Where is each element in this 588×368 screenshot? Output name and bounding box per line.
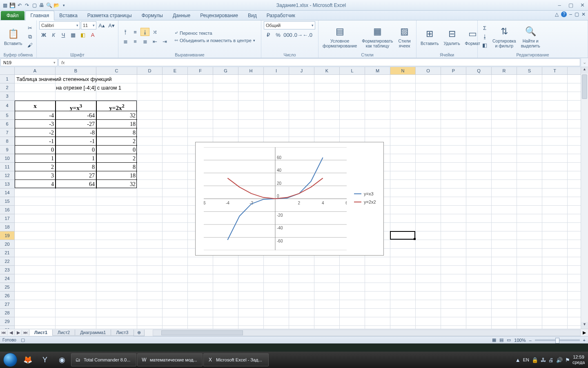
- zoom-slider[interactable]: [535, 339, 580, 341]
- undo-icon[interactable]: ↶: [16, 2, 23, 9]
- row-header-14[interactable]: 14: [0, 188, 14, 197]
- sheet-prev-icon[interactable]: ◀: [7, 330, 15, 335]
- cell-x-10[interactable]: 1: [16, 155, 54, 162]
- tab-вид[interactable]: Вид: [243, 11, 262, 20]
- cell-y1-11[interactable]: 8: [57, 164, 95, 171]
- delete-cells-button[interactable]: ⊟Удалить: [442, 27, 462, 47]
- open-icon[interactable]: 📂: [53, 2, 60, 9]
- select-all-corner[interactable]: [0, 67, 15, 75]
- row-header-1[interactable]: 1: [0, 75, 14, 83]
- close-button[interactable]: ✕: [578, 2, 586, 8]
- mdi-max-icon[interactable]: ▢: [575, 11, 579, 17]
- row-header-19[interactable]: 19: [0, 231, 14, 240]
- tray-icon-1[interactable]: 🔒: [532, 357, 538, 363]
- qat-more-icon[interactable]: ▾: [60, 2, 67, 9]
- row-header-28[interactable]: 28: [0, 309, 14, 317]
- col-header-L[interactable]: L: [340, 67, 365, 74]
- save-icon[interactable]: 💾: [9, 2, 16, 9]
- formula-expand-icon[interactable]: ⌄: [581, 58, 588, 67]
- taskbar-task[interactable]: Wматематические мод...: [137, 353, 203, 366]
- indent-dec-icon[interactable]: ⇤: [150, 37, 159, 45]
- cell-y1-6[interactable]: -27: [57, 121, 95, 128]
- row-header-27[interactable]: 27: [0, 300, 14, 309]
- vertical-scrollbar[interactable]: ▲ ▼: [581, 67, 588, 329]
- taskbar-task[interactable]: XMicrosoft Excel - Зад...: [203, 353, 269, 366]
- sheet-next-icon[interactable]: ▶: [15, 330, 22, 335]
- active-cell[interactable]: [390, 231, 415, 240]
- col-header-J[interactable]: J: [289, 67, 314, 74]
- currency-icon[interactable]: ₽: [264, 31, 273, 39]
- preview-icon[interactable]: 🔍: [46, 2, 52, 9]
- col-header-E[interactable]: E: [163, 67, 188, 74]
- row-header-9[interactable]: 9: [0, 146, 14, 154]
- tray-overflow-icon[interactable]: ▲: [515, 357, 521, 363]
- indent-inc-icon[interactable]: ⇥: [160, 37, 169, 45]
- horizontal-scrollbar[interactable]: [153, 330, 581, 336]
- sheet-first-icon[interactable]: ⏮: [0, 330, 7, 335]
- ribbon-minimize-icon[interactable]: △: [555, 11, 559, 17]
- col-header-R[interactable]: R: [492, 67, 517, 74]
- title-row-2[interactable]: на отрезке [-4;4] с шагом 1: [16, 84, 161, 91]
- help-icon[interactable]: ?: [561, 11, 567, 17]
- hscroll-thumb[interactable]: [161, 330, 243, 335]
- cell-y2-8[interactable]: 2: [98, 138, 136, 145]
- row-header-22[interactable]: 22: [0, 257, 14, 266]
- tray-icon-3[interactable]: 🖨: [548, 357, 554, 363]
- cell-y1-5[interactable]: -64: [57, 112, 95, 119]
- format-as-table-button[interactable]: ▦Форматировать как таблицу: [360, 24, 394, 49]
- pinned-chrome-icon[interactable]: ◉: [54, 353, 70, 366]
- insert-cells-button[interactable]: ⊞Вставить: [419, 27, 441, 47]
- zoom-in-icon[interactable]: +: [583, 338, 586, 343]
- worksheet-grid[interactable]: ABCDEFGHIJKLMNOPQRST 1234567891011121314…: [0, 67, 588, 329]
- cell-y2-9[interactable]: 0: [98, 146, 136, 153]
- tab-file[interactable]: Файл: [1, 11, 24, 20]
- col-header-P[interactable]: P: [441, 67, 466, 74]
- grow-font-icon[interactable]: A▴: [97, 21, 106, 29]
- font-size-combo[interactable]: 11: [81, 21, 96, 29]
- cell-y1-13[interactable]: 64: [57, 181, 95, 188]
- align-center-icon[interactable]: ≡: [131, 37, 140, 45]
- view-pagebreak-icon[interactable]: ▭: [507, 337, 511, 343]
- find-select-button[interactable]: 🔍Найти и выделить: [519, 24, 542, 49]
- row-header-18[interactable]: 18: [0, 223, 14, 231]
- col-header-B[interactable]: B: [56, 67, 96, 74]
- fill-icon[interactable]: ⭳: [480, 33, 489, 41]
- col-header-F[interactable]: F: [188, 67, 213, 74]
- align-top-icon[interactable]: ⭱: [121, 28, 130, 36]
- wrap-text-button[interactable]: ⤶Перенос текста: [173, 30, 256, 36]
- col-header-S[interactable]: S: [517, 67, 542, 74]
- cut-icon[interactable]: ✂: [26, 24, 35, 32]
- cell-y1-8[interactable]: -1: [57, 138, 95, 145]
- mdi-min-icon[interactable]: –: [569, 11, 572, 17]
- cell-x-12[interactable]: 3: [16, 172, 54, 179]
- format-painter-icon[interactable]: 🖌: [26, 41, 35, 49]
- align-left-icon[interactable]: ≣: [121, 37, 130, 45]
- row-header-8[interactable]: 8: [0, 137, 14, 146]
- cell-x-8[interactable]: -1: [16, 138, 54, 145]
- tab-главная[interactable]: Главная: [25, 11, 55, 20]
- tab-вставка[interactable]: Вставка: [54, 11, 82, 20]
- title-row-1[interactable]: Таблица значений степенных функций: [16, 76, 161, 83]
- cell-y2-7[interactable]: 8: [98, 129, 136, 136]
- percent-icon[interactable]: %: [274, 31, 283, 39]
- align-right-icon[interactable]: ≣: [140, 37, 149, 45]
- row-header-2[interactable]: 2: [0, 83, 14, 92]
- cells-area[interactable]: Таблица значений степенных функцийна отр…: [15, 75, 581, 329]
- row-header-7[interactable]: 7: [0, 128, 14, 137]
- col-header-T[interactable]: T: [542, 67, 568, 74]
- tab-разработчик[interactable]: Разработчик: [262, 11, 300, 20]
- view-normal-icon[interactable]: ▦: [492, 337, 496, 343]
- cell-y1-12[interactable]: 27: [57, 172, 95, 179]
- tray-volume-icon[interactable]: 🔊: [556, 357, 563, 363]
- row-header-3[interactable]: 3: [0, 92, 14, 101]
- row-header-13[interactable]: 13: [0, 180, 14, 188]
- start-button[interactable]: [2, 352, 19, 368]
- row-header-4[interactable]: 4: [0, 101, 14, 111]
- col-header-K[interactable]: K: [314, 67, 340, 74]
- row-header-20[interactable]: 20: [0, 240, 14, 249]
- tab-формулы[interactable]: Формулы: [137, 11, 168, 20]
- cell-x-6[interactable]: -3: [16, 121, 54, 128]
- row-header-23[interactable]: 23: [0, 266, 14, 274]
- underline-button[interactable]: Ч: [59, 31, 68, 39]
- scroll-down-icon[interactable]: ▼: [581, 322, 588, 329]
